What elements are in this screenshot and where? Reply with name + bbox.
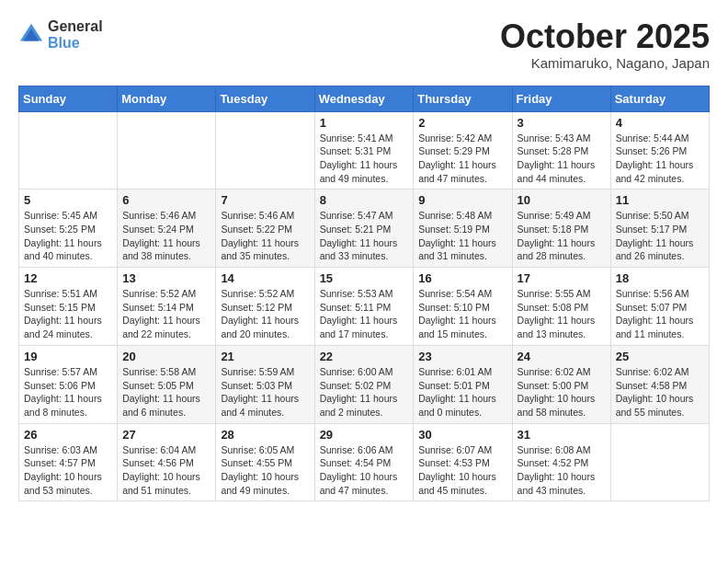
calendar-cell: 23Sunrise: 6:01 AM Sunset: 5:01 PM Dayli… (414, 345, 512, 423)
day-number: 4 (616, 116, 704, 130)
day-detail: Sunrise: 5:57 AM Sunset: 5:06 PM Dayligh… (24, 365, 112, 419)
title-block: October 2025 Kamimaruko, Nagano, Japan (500, 18, 710, 71)
day-number: 31 (518, 428, 606, 442)
day-detail: Sunrise: 5:49 AM Sunset: 5:18 PM Dayligh… (518, 209, 606, 263)
weekday-header: Thursday (414, 86, 512, 111)
day-detail: Sunrise: 5:56 AM Sunset: 5:07 PM Dayligh… (616, 287, 704, 341)
calendar-header: SundayMondayTuesdayWednesdayThursdayFrid… (19, 86, 710, 111)
logo-icon (18, 22, 44, 48)
day-number: 1 (320, 116, 409, 130)
day-detail: Sunrise: 6:05 AM Sunset: 4:55 PM Dayligh… (221, 443, 309, 498)
calendar-cell: 26Sunrise: 6:03 AM Sunset: 4:57 PM Dayli… (19, 423, 118, 501)
calendar-cell: 5Sunrise: 5:45 AM Sunset: 5:25 PM Daylig… (19, 190, 118, 268)
day-detail: Sunrise: 5:47 AM Sunset: 5:21 PM Dayligh… (320, 209, 409, 263)
day-number: 9 (418, 193, 506, 207)
calendar-cell (610, 423, 709, 501)
calendar-table: SundayMondayTuesdayWednesdayThursdayFrid… (18, 86, 710, 502)
day-number: 3 (518, 116, 606, 130)
calendar-cell: 17Sunrise: 5:55 AM Sunset: 5:08 PM Dayli… (512, 268, 610, 346)
calendar-week-row: 5Sunrise: 5:45 AM Sunset: 5:25 PM Daylig… (19, 190, 710, 268)
day-number: 21 (221, 350, 309, 363)
day-number: 8 (320, 193, 409, 207)
day-number: 18 (616, 271, 704, 285)
month-title: October 2025 (500, 18, 710, 55)
calendar-cell: 15Sunrise: 5:53 AM Sunset: 5:11 PM Dayli… (314, 268, 414, 346)
calendar-cell: 30Sunrise: 6:07 AM Sunset: 4:53 PM Dayli… (414, 423, 512, 501)
day-number: 11 (616, 193, 704, 207)
day-detail: Sunrise: 5:46 AM Sunset: 5:22 PM Dayligh… (221, 209, 309, 263)
calendar-cell: 12Sunrise: 5:51 AM Sunset: 5:15 PM Dayli… (19, 268, 118, 346)
day-detail: Sunrise: 5:48 AM Sunset: 5:19 PM Dayligh… (418, 209, 506, 263)
weekday-header: Monday (118, 86, 216, 111)
logo-general: General (48, 18, 103, 35)
day-detail: Sunrise: 5:42 AM Sunset: 5:29 PM Dayligh… (418, 132, 506, 186)
calendar-cell: 19Sunrise: 5:57 AM Sunset: 5:06 PM Dayli… (19, 345, 118, 423)
day-detail: Sunrise: 5:55 AM Sunset: 5:08 PM Dayligh… (518, 287, 606, 341)
calendar-cell: 14Sunrise: 5:52 AM Sunset: 5:12 PM Dayli… (216, 268, 314, 346)
day-number: 29 (320, 428, 409, 442)
day-number: 24 (518, 350, 606, 363)
day-number: 6 (122, 193, 210, 207)
day-detail: Sunrise: 5:44 AM Sunset: 5:26 PM Dayligh… (616, 132, 704, 186)
day-detail: Sunrise: 6:07 AM Sunset: 4:53 PM Dayligh… (418, 443, 506, 498)
day-detail: Sunrise: 6:03 AM Sunset: 4:57 PM Dayligh… (24, 443, 112, 498)
logo-blue: Blue (48, 35, 103, 52)
day-detail: Sunrise: 5:50 AM Sunset: 5:17 PM Dayligh… (616, 209, 704, 263)
calendar-cell: 1Sunrise: 5:41 AM Sunset: 5:31 PM Daylig… (314, 111, 414, 190)
calendar-week-row: 12Sunrise: 5:51 AM Sunset: 5:15 PM Dayli… (19, 268, 710, 346)
page-header: General Blue October 2025 Kamimaruko, Na… (18, 18, 710, 71)
calendar-cell: 24Sunrise: 6:02 AM Sunset: 5:00 PM Dayli… (512, 345, 610, 423)
calendar-cell: 28Sunrise: 6:05 AM Sunset: 4:55 PM Dayli… (216, 423, 314, 501)
calendar-cell: 4Sunrise: 5:44 AM Sunset: 5:26 PM Daylig… (610, 111, 709, 190)
day-number: 2 (418, 116, 506, 130)
calendar-cell: 25Sunrise: 6:02 AM Sunset: 4:58 PM Dayli… (610, 345, 709, 423)
weekday-row: SundayMondayTuesdayWednesdayThursdayFrid… (19, 86, 710, 111)
day-number: 7 (221, 193, 309, 207)
day-number: 26 (24, 428, 112, 442)
weekday-header: Friday (512, 86, 610, 111)
calendar-cell: 6Sunrise: 5:46 AM Sunset: 5:24 PM Daylig… (118, 190, 216, 268)
day-number: 30 (418, 428, 506, 442)
day-detail: Sunrise: 5:54 AM Sunset: 5:10 PM Dayligh… (418, 287, 506, 341)
weekday-header: Saturday (610, 86, 709, 111)
day-number: 27 (122, 428, 210, 442)
weekday-header: Sunday (19, 86, 118, 111)
logo: General Blue (18, 18, 103, 51)
calendar-cell: 22Sunrise: 6:00 AM Sunset: 5:02 PM Dayli… (314, 345, 414, 423)
day-detail: Sunrise: 6:04 AM Sunset: 4:56 PM Dayligh… (122, 443, 210, 498)
calendar-cell (19, 111, 118, 190)
calendar-cell: 18Sunrise: 5:56 AM Sunset: 5:07 PM Dayli… (610, 268, 709, 346)
day-number: 23 (418, 350, 506, 363)
weekday-header: Wednesday (314, 86, 414, 111)
day-number: 5 (24, 193, 112, 207)
day-detail: Sunrise: 5:45 AM Sunset: 5:25 PM Dayligh… (24, 209, 112, 263)
day-number: 16 (418, 271, 506, 285)
calendar-cell: 21Sunrise: 5:59 AM Sunset: 5:03 PM Dayli… (216, 345, 314, 423)
day-number: 14 (221, 271, 309, 285)
location: Kamimaruko, Nagano, Japan (500, 55, 710, 71)
calendar-cell: 9Sunrise: 5:48 AM Sunset: 5:19 PM Daylig… (414, 190, 512, 268)
calendar-cell: 27Sunrise: 6:04 AM Sunset: 4:56 PM Dayli… (118, 423, 216, 501)
day-detail: Sunrise: 6:01 AM Sunset: 5:01 PM Dayligh… (418, 365, 506, 419)
calendar-cell: 3Sunrise: 5:43 AM Sunset: 5:28 PM Daylig… (512, 111, 610, 190)
calendar-cell: 31Sunrise: 6:08 AM Sunset: 4:52 PM Dayli… (512, 423, 610, 501)
day-detail: Sunrise: 5:58 AM Sunset: 5:05 PM Dayligh… (122, 365, 210, 419)
calendar-cell: 7Sunrise: 5:46 AM Sunset: 5:22 PM Daylig… (216, 190, 314, 268)
day-number: 12 (24, 271, 112, 285)
day-detail: Sunrise: 5:51 AM Sunset: 5:15 PM Dayligh… (24, 287, 112, 341)
day-number: 20 (122, 350, 210, 363)
day-detail: Sunrise: 5:43 AM Sunset: 5:28 PM Dayligh… (518, 132, 606, 186)
day-detail: Sunrise: 6:08 AM Sunset: 4:52 PM Dayligh… (518, 443, 606, 498)
day-detail: Sunrise: 6:02 AM Sunset: 5:00 PM Dayligh… (518, 365, 606, 419)
day-number: 19 (24, 350, 112, 363)
calendar-week-row: 1Sunrise: 5:41 AM Sunset: 5:31 PM Daylig… (19, 111, 710, 190)
day-number: 17 (518, 271, 606, 285)
day-number: 22 (320, 350, 409, 363)
day-detail: Sunrise: 6:02 AM Sunset: 4:58 PM Dayligh… (616, 365, 704, 419)
day-detail: Sunrise: 6:06 AM Sunset: 4:54 PM Dayligh… (320, 443, 409, 498)
day-number: 15 (320, 271, 409, 285)
calendar-cell: 13Sunrise: 5:52 AM Sunset: 5:14 PM Dayli… (118, 268, 216, 346)
calendar-cell (118, 111, 216, 190)
calendar-cell: 2Sunrise: 5:42 AM Sunset: 5:29 PM Daylig… (414, 111, 512, 190)
day-number: 13 (122, 271, 210, 285)
